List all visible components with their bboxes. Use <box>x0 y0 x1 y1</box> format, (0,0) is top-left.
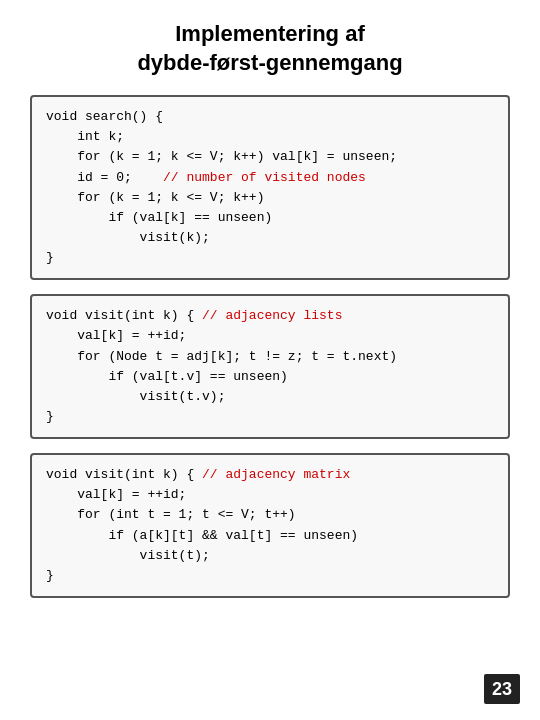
code-line: id = 0; // number of visited nodes <box>46 168 494 188</box>
code-line: int k; <box>46 127 494 147</box>
code-line: for (int t = 1; t <= V; t++) <box>46 505 494 525</box>
comment: // adjacency matrix <box>202 467 350 482</box>
comment: // adjacency lists <box>202 308 342 323</box>
code-line: val[k] = ++id; <box>46 326 494 346</box>
comment: // number of visited nodes <box>163 170 366 185</box>
code-line: val[k] = ++id; <box>46 485 494 505</box>
code-block-search: void search() { int k; for (k = 1; k <= … <box>30 95 510 280</box>
code-line: void visit(int k) { // adjacency lists <box>46 306 494 326</box>
code-line: visit(t); <box>46 546 494 566</box>
slide-title: Implementering af dybde-først-gennemgang <box>30 20 510 77</box>
code-line: for (k = 1; k <= V; k++) val[k] = unseen… <box>46 147 494 167</box>
code-block-visit-list: void visit(int k) { // adjacency lists v… <box>30 294 510 439</box>
code-line: if (val[t.v] == unseen) <box>46 367 494 387</box>
code-block-visit-matrix: void visit(int k) { // adjacency matrix … <box>30 453 510 598</box>
title-line2: dybde-først-gennemgang <box>137 50 402 75</box>
code-line: visit(t.v); <box>46 387 494 407</box>
code-line: visit(k); <box>46 228 494 248</box>
code-line: if (val[k] == unseen) <box>46 208 494 228</box>
code-line: void visit(int k) { // adjacency matrix <box>46 465 494 485</box>
code-line: if (a[k][t] && val[t] == unseen) <box>46 526 494 546</box>
code-line: void search() { <box>46 107 494 127</box>
code-line: for (Node t = adj[k]; t != z; t = t.next… <box>46 347 494 367</box>
code-line: } <box>46 566 494 586</box>
page-number: 23 <box>484 674 520 704</box>
title-line1: Implementering af <box>175 21 364 46</box>
code-line: for (k = 1; k <= V; k++) <box>46 188 494 208</box>
code-line: } <box>46 407 494 427</box>
code-line: } <box>46 248 494 268</box>
slide-page: Implementering af dybde-først-gennemgang… <box>0 0 540 720</box>
